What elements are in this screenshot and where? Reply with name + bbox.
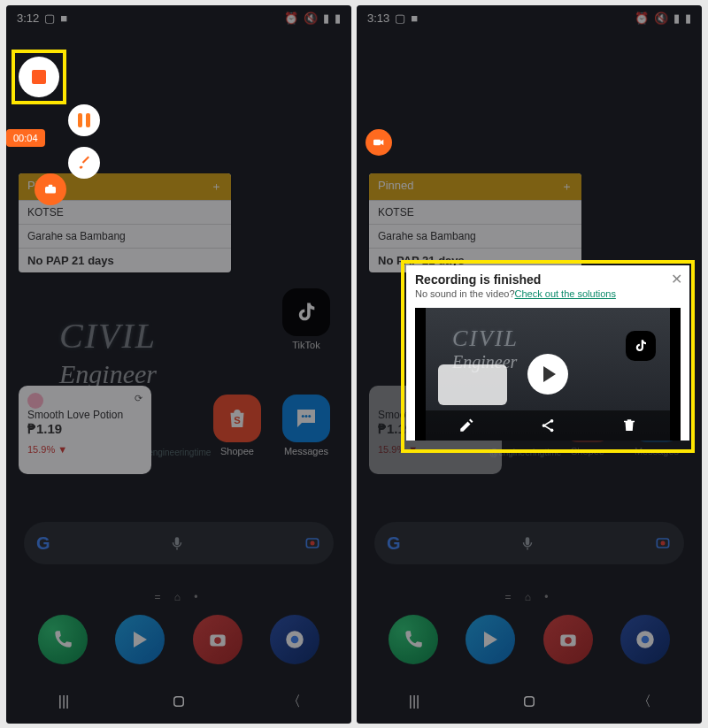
app-dock	[357, 609, 702, 671]
crypto-price-widget[interactable]: ⟳ Smooth Love Potion ₱1.19 15.9% ▼	[19, 386, 151, 474]
app-dock	[6, 609, 351, 671]
add-note-icon[interactable]: ＋	[561, 179, 573, 195]
dock-playstore-app[interactable]	[466, 615, 515, 664]
record-toolbox-button[interactable]	[35, 173, 66, 205]
mute-icon: 🔇	[304, 11, 318, 25]
stop-button-highlight	[12, 50, 66, 104]
alarm-icon: ⏰	[635, 11, 649, 25]
popup-highlight: ✕ Recording is finished No sound in the …	[401, 260, 695, 453]
dock-camera-app[interactable]	[193, 615, 242, 664]
mic-icon[interactable]	[169, 535, 185, 551]
shopping-bag-icon: S	[224, 405, 250, 432]
dock-phone-app[interactable]	[38, 615, 88, 664]
google-logo-icon: G	[387, 533, 401, 554]
add-note-icon[interactable]: ＋	[211, 179, 222, 195]
recorder-bubble[interactable]	[366, 129, 392, 156]
nav-bar: ||| 〈	[6, 679, 351, 724]
nav-home-button[interactable]	[168, 691, 189, 712]
note-item[interactable]: Garahe sa Bambang	[19, 224, 231, 248]
solutions-link[interactable]: Check out the solutions	[515, 288, 616, 299]
app-icon-messages[interactable]: Messages	[282, 395, 330, 442]
toolbox-icon	[42, 181, 58, 197]
screenshot-icon: ▢	[44, 11, 55, 25]
svg-rect-13	[174, 697, 184, 707]
wallpaper-text-2: Engineer	[59, 359, 316, 389]
mic-icon[interactable]	[519, 535, 535, 551]
app-icon-tiktok[interactable]: TikTok	[282, 288, 330, 336]
google-logo-icon: G	[36, 533, 50, 554]
note-item[interactable]: No PAP 21 days	[19, 248, 231, 272]
mute-icon: 🔇	[654, 11, 668, 25]
nav-recents-button[interactable]: |||	[53, 691, 74, 712]
nav-recents-button[interactable]: |||	[404, 691, 425, 712]
svg-rect-6	[175, 537, 180, 545]
phone-right-screenshot: 3:13 ▢ ■ ⏰ 🔇 ▮ ▮ Pinned ＋ KOTSE Garahe s…	[357, 5, 702, 724]
tiktok-icon	[626, 331, 656, 361]
camera-icon	[206, 628, 229, 651]
svg-point-12	[291, 636, 299, 644]
video-icon: ■	[60, 11, 67, 25]
app-icon-shopee[interactable]: S Shopee	[213, 395, 261, 442]
page-indicator: = ⌂ •	[6, 591, 351, 603]
record-brush-button[interactable]	[68, 147, 100, 179]
note-item[interactable]: Garahe sa Bambang	[369, 224, 581, 248]
svg-rect-25	[525, 697, 535, 707]
nav-home-button[interactable]	[519, 691, 540, 712]
status-bar: 3:12 ▢ ■ ⏰ 🔇 ▮ ▮	[6, 5, 351, 30]
svg-rect-18	[526, 537, 530, 545]
dock-phone-app[interactable]	[389, 615, 438, 664]
phone-icon	[51, 628, 74, 651]
popup-close-button[interactable]: ✕	[671, 271, 682, 287]
lens-icon[interactable]	[654, 534, 672, 552]
chrome-icon	[634, 628, 657, 651]
recording-thumbnail[interactable]: CIVIL Engineer	[415, 308, 681, 441]
video-icon: ■	[411, 11, 418, 25]
svg-point-22	[565, 637, 572, 644]
svg-text:S: S	[234, 415, 241, 425]
svg-point-8	[311, 541, 315, 546]
dock-camera-app[interactable]	[543, 615, 593, 664]
pencil-icon	[458, 418, 474, 433]
share-button[interactable]	[538, 416, 558, 435]
chrome-icon	[283, 628, 306, 651]
svg-rect-14	[373, 140, 381, 146]
nav-bar: ||| 〈	[357, 679, 702, 724]
phone-left-screenshot: 3:12 ▢ ■ ⏰ 🔇 ▮ ▮ 00:04 Pinned ＋ KOTSE Ga…	[6, 5, 351, 724]
thumbnail-action-bar	[426, 410, 670, 441]
signal-icon: ▮	[673, 11, 680, 25]
share-icon	[540, 418, 556, 433]
pinned-notes-widget[interactable]: Pinned ＋ KOTSE Garahe sa Bambang No PAP …	[369, 173, 581, 272]
phone-icon	[402, 628, 425, 651]
record-pause-button[interactable]	[68, 104, 100, 136]
brush-icon	[76, 155, 92, 171]
asset-name: Smooth Love Potion	[27, 409, 142, 421]
record-timer-pill[interactable]: 00:04	[6, 129, 45, 147]
dock-chrome-app[interactable]	[270, 615, 319, 664]
svg-point-10	[214, 637, 221, 644]
asset-delta: 15.9% ▼	[27, 444, 142, 455]
asset-value: ₱1.19	[27, 421, 142, 437]
lens-icon[interactable]	[304, 534, 321, 552]
google-search-bar[interactable]: G	[374, 522, 684, 564]
delete-button[interactable]	[620, 416, 639, 435]
note-item[interactable]: KOTSE	[369, 200, 581, 224]
screenshot-icon: ▢	[395, 11, 405, 25]
nav-back-button[interactable]: 〈	[283, 691, 304, 712]
recording-finished-popup: ✕ Recording is finished No sound in the …	[406, 265, 689, 441]
edit-button[interactable]	[457, 416, 476, 435]
alarm-icon: ⏰	[284, 11, 298, 25]
status-time: 3:13	[367, 11, 389, 25]
refresh-icon[interactable]: ⟳	[135, 393, 142, 404]
google-search-bar[interactable]: G	[24, 522, 334, 564]
svg-rect-0	[45, 187, 56, 194]
nav-back-button[interactable]: 〈	[634, 691, 655, 712]
dock-playstore-app[interactable]	[115, 615, 165, 664]
status-time: 3:12	[17, 11, 39, 25]
trash-icon	[621, 418, 637, 433]
dock-chrome-app[interactable]	[620, 615, 670, 664]
popup-title: Recording is finished	[406, 265, 689, 288]
mini-price-card	[438, 364, 507, 405]
chat-bubble-icon	[293, 405, 319, 432]
play-button[interactable]	[527, 354, 568, 395]
record-stop-button[interactable]	[19, 57, 59, 97]
